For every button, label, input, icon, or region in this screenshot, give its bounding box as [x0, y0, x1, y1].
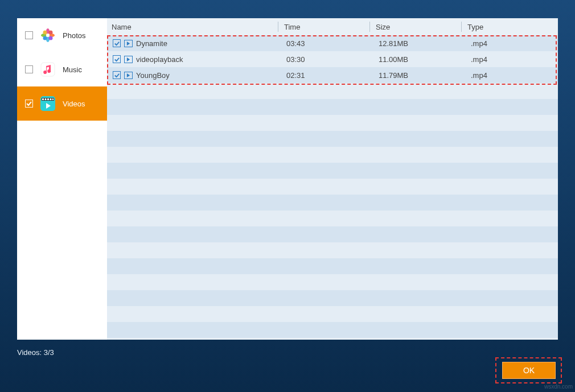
svg-point-7	[43, 36, 47, 40]
column-header-name[interactable]: Name	[107, 23, 278, 31]
table-row[interactable]: YoungBoy 02:31 11.79MB .mp4	[107, 67, 558, 83]
table-row-empty	[107, 290, 558, 306]
table-row-empty	[107, 322, 558, 338]
svg-rect-15	[47, 98, 49, 100]
checkbox-icon[interactable]	[25, 100, 33, 108]
cell-time: 03:30	[281, 55, 373, 64]
checkbox-icon[interactable]	[25, 31, 33, 39]
cell-type: .mp4	[465, 55, 558, 64]
table-row-empty	[107, 99, 558, 115]
table-body: Dynamite 03:43 12.81MB .mp4 videoplaybac…	[107, 35, 558, 340]
cell-type: .mp4	[465, 71, 558, 80]
table-row-empty	[107, 242, 558, 258]
cell-time: 03:43	[281, 39, 373, 48]
sidebar-item-videos[interactable]: Videos	[17, 86, 107, 121]
cell-name: videoplayback	[136, 55, 281, 64]
table-row-empty	[107, 115, 558, 131]
table-row-empty	[107, 211, 558, 226]
table-row-empty	[107, 179, 558, 195]
table-row-empty	[107, 258, 558, 274]
table-row-empty	[107, 195, 558, 211]
cell-name: Dynamite	[136, 39, 281, 48]
status-text: Videos: 3/3	[17, 348, 54, 357]
svg-point-8	[49, 36, 53, 40]
photos-icon	[40, 27, 56, 43]
cell-time: 02:31	[281, 71, 373, 80]
column-header-time[interactable]: Time	[278, 23, 369, 31]
checkbox-icon[interactable]	[113, 39, 121, 47]
table-header: Name Time Size Type	[107, 18, 558, 35]
svg-rect-16	[50, 98, 52, 100]
column-header-type[interactable]: Type	[462, 23, 558, 31]
svg-rect-13	[42, 98, 44, 100]
table-row-empty	[107, 306, 558, 322]
svg-point-6	[49, 31, 53, 35]
table-row[interactable]: videoplayback 03:30 11.00MB .mp4	[107, 51, 558, 67]
table-row-empty	[107, 226, 558, 242]
svg-rect-14	[45, 98, 47, 100]
svg-point-5	[43, 31, 47, 35]
table-row-empty	[107, 274, 558, 290]
video-file-icon	[124, 56, 133, 63]
column-header-size[interactable]: Size	[370, 23, 461, 31]
ok-button[interactable]: OK	[502, 362, 556, 379]
svg-rect-17	[52, 98, 54, 100]
sidebar-item-label: Music	[63, 65, 82, 74]
cell-size: 12.81MB	[373, 39, 465, 48]
sidebar-item-photos[interactable]: Photos	[17, 18, 107, 52]
videos-icon	[40, 96, 56, 112]
table-row-empty	[107, 131, 558, 147]
cell-name: YoungBoy	[136, 71, 281, 80]
cell-size: 11.00MB	[373, 55, 465, 64]
table-row[interactable]: Dynamite 03:43 12.81MB .mp4	[107, 35, 558, 51]
video-file-icon	[124, 40, 133, 47]
main-panel: Name Time Size Type Dynamite 03:43 12.81…	[107, 18, 558, 340]
checkbox-icon[interactable]	[113, 55, 121, 63]
svg-point-9	[46, 34, 50, 37]
sidebar-item-label: Videos	[63, 100, 85, 108]
table-row-empty	[107, 147, 558, 163]
cell-size: 11.79MB	[373, 71, 465, 80]
cell-type: .mp4	[465, 39, 558, 48]
sidebar-item-music[interactable]: Music	[17, 52, 107, 86]
video-file-icon	[124, 72, 133, 79]
sidebar: Photos Music	[17, 18, 107, 340]
table-row-empty	[107, 83, 558, 99]
table-row-empty	[107, 163, 558, 179]
checkbox-icon[interactable]	[25, 65, 33, 73]
checkbox-icon[interactable]	[113, 71, 121, 79]
sidebar-item-label: Photos	[63, 31, 85, 40]
svg-rect-10	[41, 63, 55, 76]
watermark: wsxdn.com	[544, 383, 573, 390]
music-icon	[40, 61, 56, 77]
